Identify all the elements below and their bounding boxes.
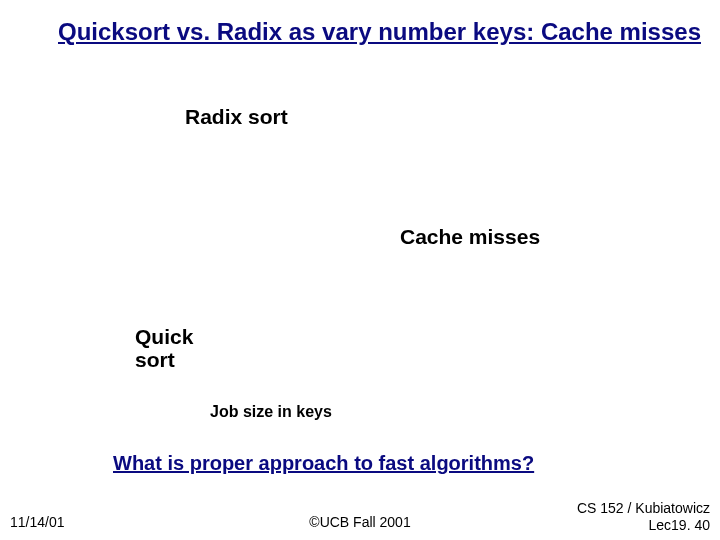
label-radix-sort: Radix sort (185, 105, 288, 129)
footer-lecture: Lec19. 40 (649, 517, 711, 533)
slide-title: Quicksort vs. Radix as vary number keys:… (58, 18, 701, 46)
label-quick-sort: Quick sort (135, 325, 193, 371)
label-x-axis: Job size in keys (210, 403, 332, 421)
label-quick-line2: sort (135, 348, 175, 371)
footer-course: CS 152 / Kubiatowicz (577, 500, 710, 516)
label-cache-misses: Cache misses (400, 225, 540, 249)
label-quick-line1: Quick (135, 325, 193, 348)
slide-question: What is proper approach to fast algorith… (113, 452, 534, 475)
footer-course-info: CS 152 / Kubiatowicz Lec19. 40 (577, 500, 710, 534)
